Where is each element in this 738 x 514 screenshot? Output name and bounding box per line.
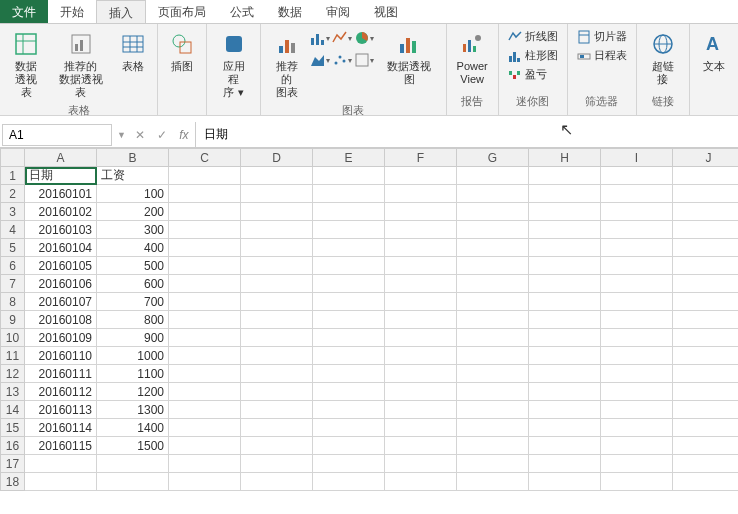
cell[interactable]: [601, 239, 673, 257]
cell[interactable]: [313, 419, 385, 437]
col-header[interactable]: J: [673, 149, 739, 167]
row-header[interactable]: 12: [1, 365, 25, 383]
cell[interactable]: [385, 221, 457, 239]
cell[interactable]: 900: [97, 329, 169, 347]
cell[interactable]: [673, 401, 739, 419]
cell[interactable]: [529, 167, 601, 185]
cell[interactable]: [601, 167, 673, 185]
cell[interactable]: 200: [97, 203, 169, 221]
cell[interactable]: [241, 329, 313, 347]
cell[interactable]: [385, 239, 457, 257]
cell[interactable]: [601, 383, 673, 401]
cell[interactable]: [673, 455, 739, 473]
cell[interactable]: [601, 419, 673, 437]
cell[interactable]: [529, 293, 601, 311]
cell[interactable]: 1300: [97, 401, 169, 419]
select-all-corner[interactable]: [1, 149, 25, 167]
cell[interactable]: 800: [97, 311, 169, 329]
col-header[interactable]: E: [313, 149, 385, 167]
cell[interactable]: [169, 383, 241, 401]
cell[interactable]: 20160102: [25, 203, 97, 221]
cell[interactable]: [457, 221, 529, 239]
cell[interactable]: [457, 437, 529, 455]
cell[interactable]: [313, 437, 385, 455]
cell[interactable]: [25, 455, 97, 473]
cell[interactable]: 1200: [97, 383, 169, 401]
cell[interactable]: [169, 203, 241, 221]
cell[interactable]: [313, 239, 385, 257]
cell[interactable]: 100: [97, 185, 169, 203]
cell[interactable]: [529, 419, 601, 437]
cell[interactable]: [241, 383, 313, 401]
cancel-formula-button[interactable]: ✕: [129, 124, 151, 146]
cell[interactable]: [169, 293, 241, 311]
tab-pagelayout[interactable]: 页面布局: [146, 0, 218, 23]
cell[interactable]: [457, 239, 529, 257]
cell[interactable]: [385, 347, 457, 365]
cell[interactable]: [673, 185, 739, 203]
tab-view[interactable]: 视图: [362, 0, 410, 23]
cell[interactable]: [529, 311, 601, 329]
tab-review[interactable]: 审阅: [314, 0, 362, 23]
cell[interactable]: [313, 365, 385, 383]
cell[interactable]: [601, 275, 673, 293]
cell[interactable]: [601, 221, 673, 239]
cell[interactable]: [457, 257, 529, 275]
cell[interactable]: [601, 437, 673, 455]
cell[interactable]: [241, 185, 313, 203]
cell[interactable]: [241, 347, 313, 365]
cell[interactable]: [457, 203, 529, 221]
cell[interactable]: [169, 311, 241, 329]
text-button[interactable]: A 文本: [696, 28, 732, 75]
apps-button[interactable]: 应用程序 ▾: [213, 28, 253, 101]
tab-home[interactable]: 开始: [48, 0, 96, 23]
cell[interactable]: 20160106: [25, 275, 97, 293]
cell[interactable]: [385, 383, 457, 401]
cell[interactable]: [169, 365, 241, 383]
cell[interactable]: [97, 455, 169, 473]
row-header[interactable]: 4: [1, 221, 25, 239]
cell[interactable]: [313, 293, 385, 311]
col-header[interactable]: A: [25, 149, 97, 167]
cell[interactable]: [169, 239, 241, 257]
cell[interactable]: [241, 167, 313, 185]
cell[interactable]: [601, 365, 673, 383]
cell[interactable]: 20160111: [25, 365, 97, 383]
col-header[interactable]: C: [169, 149, 241, 167]
shapes-button[interactable]: 插图: [164, 28, 200, 75]
cell[interactable]: [529, 383, 601, 401]
cell[interactable]: 20160103: [25, 221, 97, 239]
cell[interactable]: [529, 437, 601, 455]
cell[interactable]: 日期: [25, 167, 97, 185]
cell[interactable]: [673, 437, 739, 455]
sparkline-column-button[interactable]: 柱形图: [505, 47, 561, 64]
cell[interactable]: [313, 311, 385, 329]
cell[interactable]: [529, 329, 601, 347]
cell[interactable]: [529, 347, 601, 365]
cell[interactable]: 工资: [97, 167, 169, 185]
area-chart-button[interactable]: ▾: [310, 50, 330, 70]
cell[interactable]: [457, 455, 529, 473]
sparkline-line-button[interactable]: 折线图: [505, 28, 561, 45]
cell[interactable]: 600: [97, 275, 169, 293]
cell[interactable]: [169, 257, 241, 275]
cell[interactable]: 300: [97, 221, 169, 239]
cell[interactable]: [385, 275, 457, 293]
cell[interactable]: [385, 203, 457, 221]
other-chart-button[interactable]: ▾: [354, 50, 374, 70]
cell[interactable]: [313, 329, 385, 347]
cell[interactable]: [457, 329, 529, 347]
cell[interactable]: [457, 293, 529, 311]
cell[interactable]: [673, 275, 739, 293]
cell[interactable]: [241, 239, 313, 257]
cell[interactable]: [601, 455, 673, 473]
recommended-charts-button[interactable]: 推荐的图表: [267, 28, 307, 101]
col-header[interactable]: F: [385, 149, 457, 167]
cell[interactable]: 20160105: [25, 257, 97, 275]
bar-chart-button[interactable]: ▾: [310, 28, 330, 48]
fx-button[interactable]: fx: [173, 124, 195, 146]
cell[interactable]: [241, 275, 313, 293]
cell[interactable]: [169, 329, 241, 347]
col-header[interactable]: B: [97, 149, 169, 167]
cell[interactable]: [313, 275, 385, 293]
